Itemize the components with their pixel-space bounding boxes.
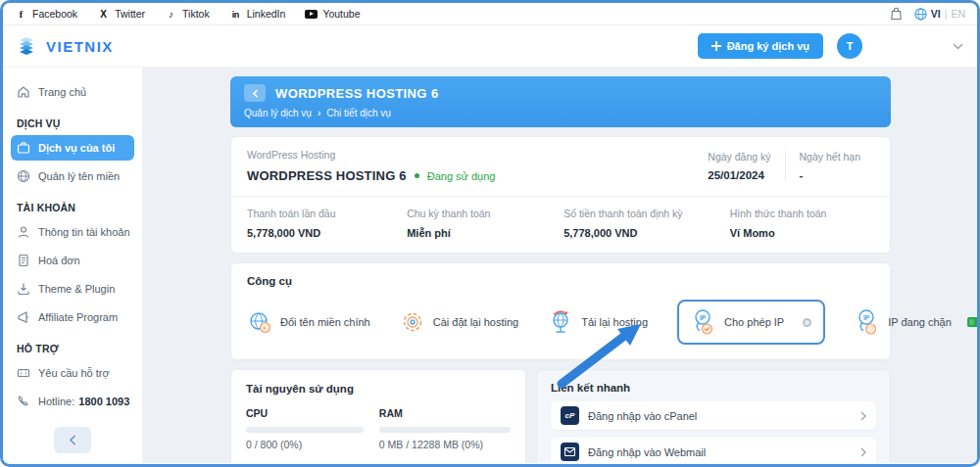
tool-allow-ip[interactable]: IP Cho phép IP bbox=[691, 308, 784, 336]
tool-label: Tải lại hosting bbox=[581, 316, 648, 328]
sidebar-section-account: TÀI KHOẢN bbox=[17, 202, 128, 213]
sidebar-item-hotline[interactable]: Hotline: 1800 1093 bbox=[11, 389, 134, 414]
ram-progress-bar bbox=[379, 427, 511, 433]
page-banner: WORDPRESS HOSTING 6 Quản lý dịch vụ › Ch… bbox=[230, 76, 891, 127]
payment-value: 5,778,000 VND bbox=[564, 227, 720, 239]
back-button[interactable] bbox=[244, 84, 266, 102]
cart-icon[interactable] bbox=[890, 7, 903, 21]
globe-icon bbox=[17, 169, 30, 183]
pin-blocked-icon: IP bbox=[855, 308, 880, 336]
chevron-down-icon[interactable] bbox=[953, 43, 963, 50]
youtube-link[interactable]: Youtube bbox=[305, 8, 360, 20]
plus-icon bbox=[711, 41, 721, 51]
hotline-label: Hotline: bbox=[38, 396, 74, 407]
payment-value: 5,778,000 VND bbox=[247, 227, 397, 239]
service-card: WordPress Hosting WORDPRESS HOSTING 6 Đa… bbox=[230, 136, 891, 254]
payment-recurring: Số tiền thanh toán định kỳ 5,778,000 VND bbox=[564, 208, 730, 239]
breadcrumb-separator: › bbox=[318, 108, 320, 118]
twitter-icon bbox=[97, 9, 110, 20]
lang-vi[interactable]: VI bbox=[931, 8, 941, 20]
sidebar-item-label: Quản lý tên miền bbox=[38, 170, 120, 182]
tiktok-label: Tiktok bbox=[182, 8, 210, 20]
expiry-date-value: - bbox=[800, 169, 860, 181]
sidebar-item-my-services[interactable]: Dịch vụ của tôi bbox=[11, 135, 134, 161]
chevron-right-icon bbox=[860, 411, 866, 421]
metric-label: Number of Processes bbox=[379, 462, 511, 463]
app-window: Facebook Twitter Tiktok LinkedIn Youtube… bbox=[0, 0, 980, 467]
quick-links-card: Liên kết nhanh cP Đăng nhập vào cPanel Đ… bbox=[536, 369, 891, 463]
expiry-date-label: Ngày hết hạn bbox=[800, 151, 860, 163]
register-service-button[interactable]: Đăng ký dịch vụ bbox=[698, 33, 823, 59]
twitter-label: Twitter bbox=[115, 8, 145, 20]
registration-date: Ngày đăng ký 25/01/2024 bbox=[694, 151, 784, 181]
payment-value: Miễn phí bbox=[407, 227, 554, 239]
metric-label: CPU bbox=[246, 407, 364, 419]
payment-label: Hình thức thanh toán bbox=[730, 208, 864, 219]
social-links: Facebook Twitter Tiktok LinkedIn Youtube bbox=[15, 8, 361, 20]
linkedin-link[interactable]: LinkedIn bbox=[229, 8, 286, 20]
metric-label: RAM bbox=[379, 407, 511, 419]
linkedin-icon bbox=[229, 9, 242, 20]
tiktok-link[interactable]: Tiktok bbox=[165, 8, 210, 20]
twitter-link[interactable]: Twitter bbox=[97, 8, 145, 20]
sidebar-item-label: Yêu cầu hỗ trợ bbox=[38, 367, 110, 379]
tool-label: IP đang chặn bbox=[888, 316, 952, 328]
gear-icon bbox=[400, 309, 425, 335]
home-icon bbox=[17, 85, 30, 99]
sidebar-item-account-info[interactable]: Thông tin tài khoản bbox=[11, 219, 134, 245]
metric-disk: Disk Usage bbox=[246, 462, 364, 463]
svg-text:IP: IP bbox=[863, 314, 870, 321]
tool-label: Cài đặt lại hosting bbox=[433, 316, 518, 328]
payment-label: Số tiền thanh toán định kỳ bbox=[564, 208, 720, 219]
metric-value: 0 / 800 (0%) bbox=[246, 439, 364, 450]
briefcase-icon bbox=[17, 141, 30, 155]
globe-reload-icon bbox=[548, 309, 573, 335]
registration-date-value: 25/01/2024 bbox=[708, 169, 770, 181]
main-content: WORDPRESS HOSTING 6 Quản lý dịch vụ › Ch… bbox=[143, 68, 977, 463]
page-title: WORDPRESS HOSTING 6 bbox=[275, 86, 439, 101]
sidebar-item-label: Affiliate Program bbox=[38, 311, 118, 323]
tool-reinstall-hosting[interactable]: Cài đặt lại hosting bbox=[400, 309, 518, 335]
breadcrumb-parent[interactable]: Quản lý dịch vụ bbox=[244, 108, 312, 118]
sidebar-item-domains[interactable]: Quản lý tên miền bbox=[11, 163, 134, 189]
sidebar-item-invoices[interactable]: Hoá đơn bbox=[11, 248, 134, 273]
tool-change-primary-domain[interactable]: Đổi tên miền chính bbox=[247, 309, 370, 335]
payment-label: Chu kỳ thanh toán bbox=[407, 208, 554, 219]
sidebar-item-label: Thông tin tài khoản bbox=[38, 226, 130, 238]
youtube-label: Youtube bbox=[322, 8, 360, 20]
webmail-icon bbox=[561, 443, 579, 461]
phone-icon bbox=[17, 395, 30, 408]
payment-value: Ví Momo bbox=[730, 227, 864, 239]
tiktok-icon bbox=[165, 9, 177, 20]
quick-link-cpanel[interactable]: cP Đăng nhập vào cPanel bbox=[551, 401, 876, 430]
globe-icon bbox=[914, 8, 927, 21]
language-switcher[interactable]: VI | EN bbox=[914, 8, 965, 21]
globe-edit-icon bbox=[247, 309, 272, 335]
lang-en[interactable]: EN bbox=[951, 8, 965, 20]
blocked-ip-badge-icon bbox=[967, 317, 977, 327]
quick-link-webmail[interactable]: Đăng nhập vào Webmail bbox=[551, 438, 876, 463]
status-badge: Đang sử dụng bbox=[427, 170, 496, 182]
sidebar-collapse-button[interactable] bbox=[54, 427, 91, 453]
tool-reload-hosting[interactable]: Tải lại hosting bbox=[548, 309, 648, 335]
vietnix-logo[interactable]: VIETNIX bbox=[17, 35, 114, 57]
resources-title: Tài nguyên sử dụng bbox=[246, 383, 511, 395]
sidebar-item-home[interactable]: Trang chủ bbox=[11, 79, 134, 105]
sidebar-item-theme-plugin[interactable]: Theme & Plugin bbox=[11, 276, 134, 302]
quick-links-title: Liên kết nhanh bbox=[551, 382, 876, 394]
facebook-icon bbox=[15, 9, 27, 20]
payment-first: Thanh toán lần đầu 5,778,000 VND bbox=[247, 208, 407, 239]
facebook-link[interactable]: Facebook bbox=[15, 8, 77, 20]
tool-allow-ip-highlight: IP Cho phép IP bbox=[677, 300, 825, 345]
tools-title: Công cụ bbox=[247, 275, 874, 287]
user-avatar[interactable]: T bbox=[837, 33, 862, 59]
register-service-label: Đăng ký dịch vụ bbox=[727, 40, 809, 52]
sidebar-item-affiliate[interactable]: Affiliate Program bbox=[11, 304, 134, 330]
tool-blocked-ip[interactable]: IP IP đang chặn bbox=[855, 308, 977, 336]
service-name: WORDPRESS HOSTING 6 bbox=[247, 168, 407, 183]
breadcrumb: Quản lý dịch vụ › Chi tiết dịch vụ bbox=[244, 108, 877, 118]
logo-layers-icon bbox=[17, 35, 40, 57]
sidebar-item-support-request[interactable]: Yêu cầu hỗ trợ bbox=[11, 360, 134, 386]
facebook-label: Facebook bbox=[32, 8, 77, 20]
sidebar-item-label: Theme & Plugin bbox=[38, 283, 115, 295]
